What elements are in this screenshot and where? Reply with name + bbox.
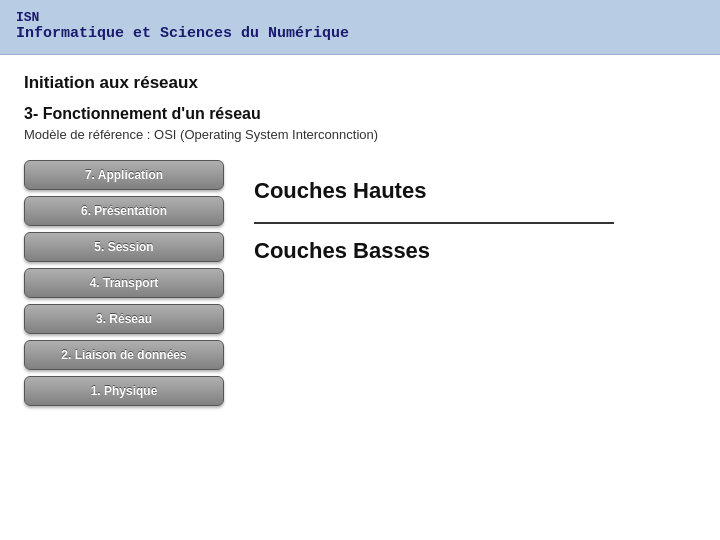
- section-subtitle: Modèle de référence : OSI (Operating Sys…: [24, 127, 696, 142]
- header-line2: Informatique et Sciences du Numérique: [16, 25, 704, 42]
- header-line1: ISN: [16, 10, 704, 25]
- layer-5-button[interactable]: 5. Session: [24, 232, 224, 262]
- section-title: 3- Fonctionnement d'un réseau: [24, 105, 696, 123]
- layer-6-button[interactable]: 6. Présentation: [24, 196, 224, 226]
- layer-7-button[interactable]: 7. Application: [24, 160, 224, 190]
- layers-column: 7. Application6. Présentation5. Session4…: [24, 160, 224, 406]
- subtitle: Initiation aux réseaux: [24, 73, 696, 93]
- layer-3-button[interactable]: 3. Réseau: [24, 304, 224, 334]
- main-content: Initiation aux réseaux 3- Fonctionnement…: [0, 55, 720, 424]
- diagram-area: 7. Application6. Présentation5. Session4…: [24, 160, 696, 406]
- label-couches-basses: Couches Basses: [254, 238, 614, 264]
- divider-line: [254, 222, 614, 224]
- layer-1-button[interactable]: 1. Physique: [24, 376, 224, 406]
- label-couches-hautes: Couches Hautes: [254, 178, 614, 204]
- labels-column: Couches Hautes Couches Basses: [254, 160, 614, 264]
- layer-2-button[interactable]: 2. Liaison de données: [24, 340, 224, 370]
- layer-4-button[interactable]: 4. Transport: [24, 268, 224, 298]
- header: ISN Informatique et Sciences du Numériqu…: [0, 0, 720, 55]
